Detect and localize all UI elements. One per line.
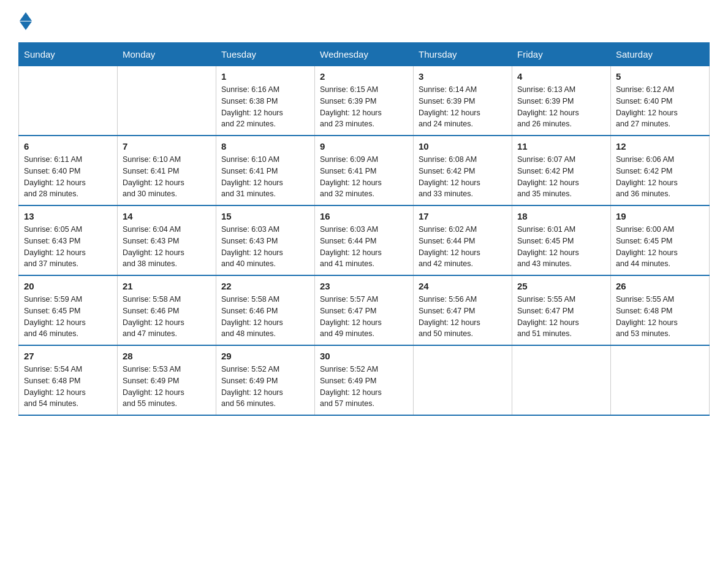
day-number: 7: [123, 141, 211, 151]
day-info: Sunrise: 6:09 AMSunset: 6:41 PMDaylight:…: [320, 154, 408, 200]
day-info: Sunrise: 6:04 AMSunset: 6:43 PMDaylight:…: [123, 224, 211, 270]
day-number: 14: [123, 211, 211, 221]
day-info: Sunrise: 6:00 AMSunset: 6:45 PMDaylight:…: [616, 224, 704, 270]
day-info: Sunrise: 5:54 AMSunset: 6:48 PMDaylight:…: [24, 364, 112, 410]
day-number: 27: [24, 351, 112, 361]
calendar-cell: [118, 66, 216, 136]
calendar-cell: 9Sunrise: 6:09 AMSunset: 6:41 PMDaylight…: [315, 136, 414, 205]
calendar-cell: 23Sunrise: 5:57 AMSunset: 6:47 PMDayligh…: [315, 275, 414, 345]
calendar-cell: 12Sunrise: 6:06 AMSunset: 6:42 PMDayligh…: [611, 136, 710, 205]
day-info: Sunrise: 6:12 AMSunset: 6:40 PMDaylight:…: [616, 84, 704, 130]
day-number: 10: [419, 141, 507, 151]
day-number: 11: [517, 141, 605, 151]
day-number: 17: [419, 211, 507, 221]
calendar-cell: 25Sunrise: 5:55 AMSunset: 6:47 PMDayligh…: [512, 275, 611, 345]
col-saturday: Saturday: [611, 43, 710, 66]
page-header: [18, 12, 710, 30]
day-info: Sunrise: 5:53 AMSunset: 6:49 PMDaylight:…: [123, 364, 211, 410]
day-info: Sunrise: 6:03 AMSunset: 6:43 PMDaylight:…: [221, 224, 309, 270]
day-info: Sunrise: 6:14 AMSunset: 6:39 PMDaylight:…: [419, 84, 507, 130]
calendar-cell: [414, 345, 512, 415]
col-monday: Monday: [118, 43, 216, 66]
day-info: Sunrise: 6:06 AMSunset: 6:42 PMDaylight:…: [616, 154, 704, 200]
day-number: 8: [221, 141, 309, 151]
day-info: Sunrise: 6:15 AMSunset: 6:39 PMDaylight:…: [320, 84, 408, 130]
calendar-cell: 5Sunrise: 6:12 AMSunset: 6:40 PMDaylight…: [611, 66, 710, 136]
calendar-cell: 17Sunrise: 6:02 AMSunset: 6:44 PMDayligh…: [414, 205, 512, 275]
calendar-cell: 14Sunrise: 6:04 AMSunset: 6:43 PMDayligh…: [118, 205, 216, 275]
calendar-cell: [19, 66, 118, 136]
calendar-week-row: 6Sunrise: 6:11 AMSunset: 6:40 PMDaylight…: [19, 136, 710, 205]
col-friday: Friday: [512, 43, 611, 66]
calendar-week-row: 13Sunrise: 6:05 AMSunset: 6:43 PMDayligh…: [19, 205, 710, 275]
calendar-cell: 10Sunrise: 6:08 AMSunset: 6:42 PMDayligh…: [414, 136, 512, 205]
calendar-week-row: 1Sunrise: 6:16 AMSunset: 6:38 PMDaylight…: [19, 66, 710, 136]
col-tuesday: Tuesday: [216, 43, 315, 66]
calendar-cell: 15Sunrise: 6:03 AMSunset: 6:43 PMDayligh…: [216, 205, 315, 275]
calendar-cell: 8Sunrise: 6:10 AMSunset: 6:41 PMDaylight…: [216, 136, 315, 205]
day-info: Sunrise: 5:56 AMSunset: 6:47 PMDaylight:…: [419, 294, 507, 340]
day-info: Sunrise: 5:58 AMSunset: 6:46 PMDaylight:…: [221, 294, 309, 340]
day-info: Sunrise: 6:01 AMSunset: 6:45 PMDaylight:…: [517, 224, 605, 270]
day-number: 21: [123, 281, 211, 291]
day-number: 29: [221, 351, 309, 361]
day-number: 18: [517, 211, 605, 221]
day-info: Sunrise: 5:55 AMSunset: 6:48 PMDaylight:…: [616, 294, 704, 340]
day-info: Sunrise: 6:11 AMSunset: 6:40 PMDaylight:…: [24, 154, 112, 200]
calendar-cell: 24Sunrise: 5:56 AMSunset: 6:47 PMDayligh…: [414, 275, 512, 345]
col-wednesday: Wednesday: [315, 43, 414, 66]
calendar-cell: 13Sunrise: 6:05 AMSunset: 6:43 PMDayligh…: [19, 205, 118, 275]
calendar-cell: 21Sunrise: 5:58 AMSunset: 6:46 PMDayligh…: [118, 275, 216, 345]
day-info: Sunrise: 5:52 AMSunset: 6:49 PMDaylight:…: [320, 364, 408, 410]
calendar-cell: 3Sunrise: 6:14 AMSunset: 6:39 PMDaylight…: [414, 66, 512, 136]
day-info: Sunrise: 6:10 AMSunset: 6:41 PMDaylight:…: [221, 154, 309, 200]
day-info: Sunrise: 6:03 AMSunset: 6:44 PMDaylight:…: [320, 224, 408, 270]
calendar-cell: 19Sunrise: 6:00 AMSunset: 6:45 PMDayligh…: [611, 205, 710, 275]
day-number: 1: [221, 71, 309, 82]
day-number: 20: [24, 281, 112, 291]
calendar-cell: 7Sunrise: 6:10 AMSunset: 6:41 PMDaylight…: [118, 136, 216, 205]
day-number: 30: [320, 351, 408, 361]
calendar-cell: 27Sunrise: 5:54 AMSunset: 6:48 PMDayligh…: [19, 345, 118, 415]
calendar-header-row: Sunday Monday Tuesday Wednesday Thursday…: [19, 43, 710, 66]
calendar-week-row: 20Sunrise: 5:59 AMSunset: 6:45 PMDayligh…: [19, 275, 710, 345]
calendar-cell: [611, 345, 710, 415]
day-number: 3: [419, 71, 507, 82]
day-number: 4: [517, 71, 605, 82]
day-number: 28: [123, 351, 211, 361]
day-number: 16: [320, 211, 408, 221]
day-number: 23: [320, 281, 408, 291]
day-info: Sunrise: 5:55 AMSunset: 6:47 PMDaylight:…: [517, 294, 605, 340]
calendar-week-row: 27Sunrise: 5:54 AMSunset: 6:48 PMDayligh…: [19, 345, 710, 415]
calendar-cell: 2Sunrise: 6:15 AMSunset: 6:39 PMDaylight…: [315, 66, 414, 136]
day-info: Sunrise: 6:07 AMSunset: 6:42 PMDaylight:…: [517, 154, 605, 200]
day-number: 26: [616, 281, 704, 291]
calendar-cell: 22Sunrise: 5:58 AMSunset: 6:46 PMDayligh…: [216, 275, 315, 345]
calendar-cell: 30Sunrise: 5:52 AMSunset: 6:49 PMDayligh…: [315, 345, 414, 415]
logo: [18, 12, 32, 30]
col-sunday: Sunday: [19, 43, 118, 66]
calendar-cell: [512, 345, 611, 415]
day-number: 5: [616, 71, 704, 82]
col-thursday: Thursday: [414, 43, 512, 66]
day-info: Sunrise: 6:08 AMSunset: 6:42 PMDaylight:…: [419, 154, 507, 200]
day-number: 12: [616, 141, 704, 151]
day-info: Sunrise: 6:05 AMSunset: 6:43 PMDaylight:…: [24, 224, 112, 270]
calendar-cell: 1Sunrise: 6:16 AMSunset: 6:38 PMDaylight…: [216, 66, 315, 136]
day-info: Sunrise: 6:10 AMSunset: 6:41 PMDaylight:…: [123, 154, 211, 200]
day-number: 25: [517, 281, 605, 291]
calendar-cell: 4Sunrise: 6:13 AMSunset: 6:39 PMDaylight…: [512, 66, 611, 136]
day-info: Sunrise: 6:16 AMSunset: 6:38 PMDaylight:…: [221, 84, 309, 130]
calendar-cell: 26Sunrise: 5:55 AMSunset: 6:48 PMDayligh…: [611, 275, 710, 345]
day-number: 9: [320, 141, 408, 151]
calendar-cell: 18Sunrise: 6:01 AMSunset: 6:45 PMDayligh…: [512, 205, 611, 275]
day-info: Sunrise: 6:02 AMSunset: 6:44 PMDaylight:…: [419, 224, 507, 270]
day-info: Sunrise: 5:59 AMSunset: 6:45 PMDaylight:…: [24, 294, 112, 340]
day-number: 19: [616, 211, 704, 221]
calendar-table: Sunday Monday Tuesday Wednesday Thursday…: [18, 42, 710, 416]
calendar-cell: 29Sunrise: 5:52 AMSunset: 6:49 PMDayligh…: [216, 345, 315, 415]
day-number: 13: [24, 211, 112, 221]
calendar-cell: 6Sunrise: 6:11 AMSunset: 6:40 PMDaylight…: [19, 136, 118, 205]
day-info: Sunrise: 6:13 AMSunset: 6:39 PMDaylight:…: [517, 84, 605, 130]
day-info: Sunrise: 5:58 AMSunset: 6:46 PMDaylight:…: [123, 294, 211, 340]
